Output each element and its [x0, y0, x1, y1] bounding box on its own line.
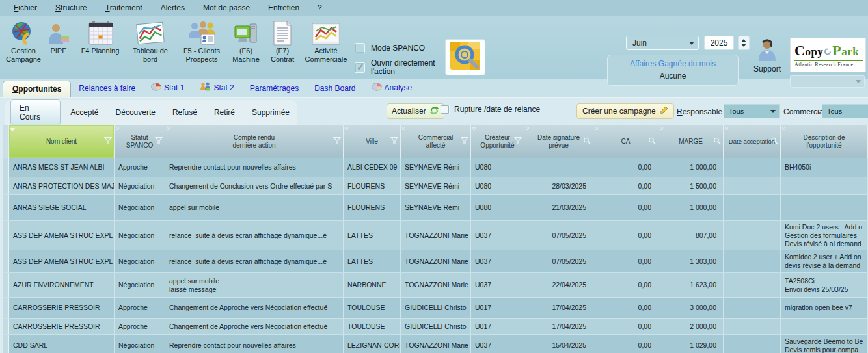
menu-traitement[interactable]: Traitement	[97, 1, 152, 14]
cell-createur-opportunite[interactable]: U080	[471, 177, 524, 194]
cell-statut-spanco[interactable]: Approche	[115, 298, 165, 318]
cell-ca[interactable]: 0,00	[593, 298, 658, 318]
cell-statut-spanco[interactable]: Approche	[115, 319, 165, 334]
cell-description[interactable]	[781, 195, 868, 220]
cell-ville[interactable]: LATTES	[344, 250, 401, 272]
subtab-refuse[interactable]: Refusé	[165, 105, 204, 120]
cell-ca[interactable]: 0,00	[593, 158, 658, 177]
cell-date-acceptation[interactable]	[724, 221, 781, 250]
cell-statut-spanco[interactable]: Négociation	[115, 177, 165, 194]
cell-commercial-affecte[interactable]: TOGNAZZONI Marie	[401, 335, 471, 353]
f6-machine-button[interactable]: (F6) Machine	[228, 19, 264, 64]
cell-createur-opportunite[interactable]: U017	[471, 298, 524, 318]
menu-mot-de-passe[interactable]: Mot de passe	[195, 1, 260, 14]
filter-funnel-icon[interactable]	[333, 137, 341, 147]
filter-funnel-icon[interactable]	[155, 137, 163, 147]
tableau-de-bord-button[interactable]: Tableau de bord	[125, 19, 176, 64]
subtab-decouverte[interactable]: Découverte	[109, 105, 163, 120]
cell-date-signature[interactable]: 07/05/2025	[524, 221, 593, 250]
cell-date-acceptation[interactable]	[724, 273, 781, 297]
cell-createur-opportunite[interactable]: U080	[471, 158, 524, 177]
cell-commercial-affecte[interactable]: SEYNAEVE Rémi	[401, 177, 471, 194]
cell-nom-client[interactable]: ANRAS PROTECTION DES MAJEU	[9, 177, 115, 194]
table-row[interactable]: ASS DEP AMENA STRUC EXPL AGR Négociation…	[3, 221, 868, 250]
cell-date-signature[interactable]: 17/04/2025	[524, 319, 593, 334]
cell-marge[interactable]: 807,00	[658, 221, 724, 250]
table-row[interactable]: ANRAS PROTECTION DES MAJEU Négociation C…	[3, 177, 868, 195]
header-marge[interactable]: MARGE	[658, 125, 724, 158]
ouvrir-action-checkbox[interactable]	[355, 62, 365, 73]
menu-entretien[interactable]: Entretien	[260, 1, 309, 14]
cell-ville[interactable]: FLOURENS	[344, 195, 401, 220]
cell-createur-opportunite[interactable]: U037	[471, 335, 524, 353]
cell-ca[interactable]: 0,00	[593, 335, 658, 353]
cell-compte-rendu[interactable]: Changement de Approche vers Négociation …	[165, 298, 344, 318]
cell-ville[interactable]: LEZIGNAN-CORBIERES	[344, 335, 401, 353]
row-selector[interactable]	[3, 195, 9, 220]
cell-description[interactable]: BH4050i	[781, 158, 868, 177]
subtab-supprimee[interactable]: Supprimée	[245, 105, 297, 120]
mode-spanco-checkbox[interactable]	[355, 43, 365, 53]
cell-marge[interactable]: 1 303,00	[658, 250, 724, 272]
cell-marge[interactable]: 1 623,00	[658, 273, 724, 297]
cell-date-acceptation[interactable]	[724, 298, 781, 318]
cell-date-acceptation[interactable]	[724, 319, 781, 334]
cell-commercial-affecte[interactable]: TOGNAZZONI Marie	[401, 221, 471, 250]
cell-date-signature[interactable]: 15/04/2025	[524, 335, 593, 353]
cell-nom-client[interactable]: ANRAS SIEGE SOCIAL	[9, 195, 115, 220]
cell-createur-opportunite[interactable]: U017	[471, 319, 524, 334]
row-selector[interactable]	[3, 221, 9, 250]
cell-nom-client[interactable]: ASS DEP AMENA STRUC EXPL AGR	[9, 221, 115, 250]
cell-ca[interactable]: 0,00	[593, 177, 658, 194]
tab-dash-board[interactable]: Dash Board	[306, 81, 363, 97]
cell-createur-opportunite[interactable]: U080	[471, 195, 524, 220]
rupture-checkbox[interactable]	[440, 105, 450, 114]
month-dropdown[interactable]: Juin	[626, 36, 699, 50]
tab-stat-2[interactable]: Stat 2	[192, 79, 241, 97]
cell-description[interactable]: Sauvegarde Beemo to Be Devis remis pour …	[781, 335, 868, 353]
cell-date-signature[interactable]	[524, 158, 593, 177]
cell-description[interactable]	[781, 177, 868, 194]
cell-marge[interactable]: 1 029,00	[658, 335, 724, 353]
cell-ville[interactable]: LATTES	[344, 221, 401, 250]
cell-statut-spanco[interactable]: Négociation	[115, 273, 165, 297]
cell-date-signature[interactable]: 07/05/2025	[524, 250, 593, 272]
table-row[interactable]: ANRAS MECS ST JEAN ALBI Approche Reprend…	[3, 158, 868, 177]
tab-opportunites[interactable]: Opportunités	[3, 81, 71, 97]
row-selector[interactable]	[3, 319, 9, 334]
cell-statut-spanco[interactable]: Négociation	[115, 250, 165, 272]
menu-fichier[interactable]: Fichier	[5, 1, 47, 14]
filter-funnel-icon[interactable]	[390, 137, 398, 147]
responsable-dropdown[interactable]: Tous	[724, 104, 780, 118]
cell-description[interactable]: Komidoc 2 user + Add on devis révisé à l…	[781, 250, 868, 272]
cell-date-signature[interactable]: 28/03/2025	[524, 177, 593, 194]
cell-date-signature[interactable]: 17/04/2025	[524, 298, 593, 318]
cell-ca[interactable]: 0,00	[593, 273, 658, 297]
cell-nom-client[interactable]: CARROSSERIE PRESSOIR	[9, 319, 115, 334]
cell-description[interactable]: migration open bee v7	[781, 298, 868, 318]
cell-description[interactable]	[781, 319, 868, 334]
pipe-button[interactable]: PIPE	[42, 19, 75, 55]
cell-commercial-affecte[interactable]: TOGNAZZONI Marie	[401, 250, 471, 272]
search-loupe-icon[interactable]	[770, 137, 778, 147]
search-loupe-icon[interactable]	[583, 137, 591, 147]
cell-commercial-affecte[interactable]: SEYNAEVE Rémi	[401, 195, 471, 220]
header-nom-client[interactable]: Nom client	[9, 125, 115, 158]
table-row[interactable]: CARROSSERIE PRESSOIR Approche Changement…	[3, 298, 868, 319]
support-button[interactable]: Support	[748, 38, 786, 73]
cell-date-signature[interactable]: 21/03/2025	[524, 195, 593, 220]
create-campaign-button[interactable]: Créer une campagne	[576, 103, 674, 119]
filter-funnel-icon[interactable]	[104, 137, 112, 147]
cell-description[interactable]: Komi Doc 2 users - Add o Gestion des for…	[781, 221, 868, 250]
cell-date-acceptation[interactable]	[724, 177, 781, 194]
cell-marge[interactable]: 3 000,00	[658, 298, 724, 318]
cell-compte-rendu[interactable]: appel sur mobile	[165, 195, 344, 220]
row-selector[interactable]	[3, 250, 9, 272]
cell-nom-client[interactable]: AZUR ENVIRONNEMENT	[9, 273, 115, 297]
row-selector[interactable]	[3, 273, 9, 297]
cell-date-acceptation[interactable]	[724, 158, 781, 177]
refresh-button[interactable]: Actualiser	[387, 103, 444, 119]
cell-ville[interactable]: TOULOUSE	[344, 319, 401, 334]
f7-contrat-button[interactable]: (F7) Contrat	[264, 19, 301, 64]
cell-compte-rendu[interactable]: relance suite à devis écran affichage dy…	[165, 221, 344, 250]
